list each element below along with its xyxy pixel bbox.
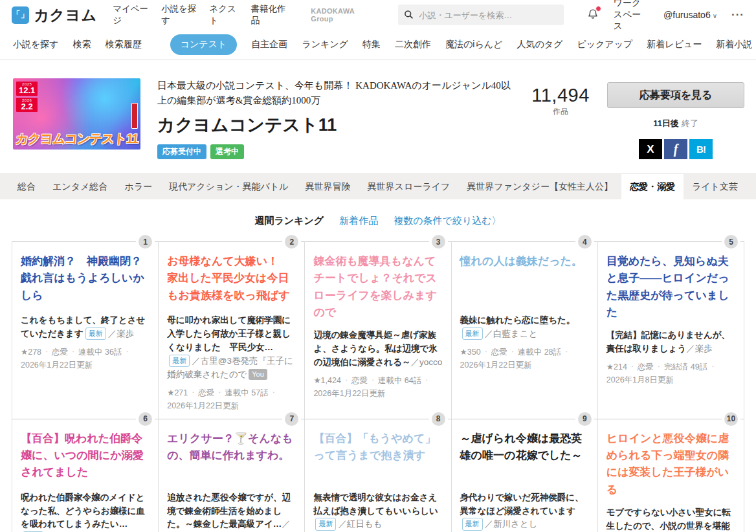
subnav-item[interactable]: 新着小説 — [716, 39, 752, 50]
author-link[interactable]: ／楽歩 — [686, 344, 713, 353]
share-x-icon[interactable]: X — [639, 139, 662, 159]
search-input[interactable] — [398, 5, 564, 25]
header-nav-item[interactable]: 小説を探す — [161, 3, 197, 27]
more-menu-button[interactable]: ··· — [731, 8, 744, 21]
user-menu[interactable]: @furusato6∨ — [663, 10, 717, 20]
subnav-item[interactable]: 検索 — [73, 39, 91, 50]
entry-count: 11,494 作品 — [531, 85, 590, 117]
novel-title-link[interactable]: お母様なんて大嫌い！ 家出した平民少女は今日もお貴族様を吹っ飛ばす — [167, 253, 296, 306]
header-nav-item[interactable]: マイページ — [113, 3, 149, 27]
genre-tab[interactable]: 総合 — [9, 174, 44, 199]
subnav-item[interactable]: 小説を探す — [13, 39, 59, 50]
new-badge: 最新 — [462, 327, 483, 340]
workspace-link[interactable]: ワークスペース — [613, 0, 649, 32]
share-facebook-icon[interactable]: f — [664, 139, 687, 159]
status-label: 連載中 57話 — [225, 388, 268, 397]
notifications-button[interactable] — [587, 8, 599, 23]
novel-title-link[interactable]: 憧れの人は義妹だった。 — [460, 253, 590, 306]
share-hatena-icon[interactable]: B! — [689, 139, 713, 159]
genre-tab[interactable]: 異世界ファンタジー【女性主人公】 — [458, 174, 621, 199]
catchphrase-text: 身代わりで嫁いだ死神侯爵に、異常なほど溺愛されています — [460, 493, 584, 516]
ranking-card: 5目覚めたら、見知らぬ夫と息子——ヒロインだった黒歴史が待っていました【完結】記… — [598, 241, 744, 419]
kadokawa-group-label: KADOKAWA Group — [311, 7, 368, 23]
genre-tab[interactable]: 異世界スローライフ — [359, 174, 459, 199]
catchphrase-text: 母に叩かれ家出して魔術学園に入学したら何故か王子様と親しくなりました 平民少女… — [167, 315, 291, 352]
share-buttons: X f B! — [607, 139, 744, 159]
header-nav-item[interactable]: 書籍化作品 — [250, 3, 286, 27]
star-count: ★1,424 — [313, 376, 341, 385]
author-link[interactable]: ／紅日もも — [338, 519, 382, 529]
novel-title-link[interactable]: エリクサー？🍸そんなもの、簡単に作れますわ。 — [167, 430, 296, 483]
novel-title-link[interactable]: ～虐げられ令嬢は最恐英雄の唯一の花嫁でした～ — [460, 430, 590, 483]
novel-catchphrase[interactable]: 追放された悪役令嬢ですが、辺境で錬金術師生活を始めました。～錬金した最高級アイ…… — [167, 491, 296, 532]
new-badge: 最新 — [85, 327, 106, 340]
novel-catchphrase[interactable]: 【完結】記憶にありませんが、責任は取りましょう／楽歩 — [606, 329, 736, 356]
catchphrase-text: 義妹に触れたら恋に堕ちた。 — [460, 315, 575, 325]
genre-label[interactable]: 恋愛 — [52, 348, 68, 357]
subnav-item[interactable]: 特集 — [362, 39, 381, 50]
subnav-item[interactable]: 自主企画 — [251, 39, 287, 50]
novel-title-link[interactable]: 目覚めたら、見知らぬ夫と息子——ヒロインだった黒歴史が待っていました — [606, 253, 736, 321]
genre-label[interactable]: 恋愛 — [198, 388, 214, 397]
status-badge-open: 応募受付中 — [157, 144, 206, 159]
author-link[interactable]: ／白藍まこと — [485, 329, 538, 338]
separator-dot: ・ — [423, 377, 430, 384]
novel-title-link[interactable]: ヒロインと悪役令嬢に虐められる下っ端聖女の隣には変装した王子様がいる — [606, 430, 736, 498]
novel-catchphrase[interactable]: 無表情で透明な彼女はお金さえ払えば抱き潰してもいいらしい最新／紅日もも — [313, 491, 443, 532]
star-count: ★271 — [167, 388, 188, 397]
genre-tab[interactable]: 異世界冒険 — [297, 174, 359, 199]
updated-date: 2026年1月22日更新 — [21, 360, 93, 370]
novel-catchphrase[interactable]: 母に叩かれ家出して魔術学園に入学したら何故か王子様と親しくなりました 平民少女…… — [167, 314, 296, 382]
status-label: 完結済 49話 — [664, 362, 707, 371]
novel-title-link[interactable]: 錬金術も魔導具もなんてチートでしょ？それでスローライフを楽しみますので — [313, 253, 443, 321]
novel-catchphrase[interactable]: 呪われた伯爵家令嬢のメイドとなった私、どうやらお嬢様に血を吸われてしまうみたい…… — [21, 491, 150, 532]
chevron-down-icon: ∨ — [713, 12, 717, 19]
genre-label[interactable]: 恋愛 — [351, 376, 368, 385]
star-count: ★214 — [606, 362, 627, 371]
username: @furusato6 — [663, 10, 711, 20]
subnav-item[interactable]: 二次創作 — [395, 39, 431, 50]
novel-title-link[interactable]: 【百合】「もうやめて」って言うまで抱き潰す — [313, 430, 443, 483]
genre-tab[interactable]: エンタメ総合 — [44, 174, 116, 199]
novel-catchphrase[interactable]: 義妹に触れたら恋に堕ちた。最新／白藍まこと — [460, 314, 590, 341]
contest-banner-image[interactable]: 202512.1 20262.2 カクヨムコンテスト11 — [13, 78, 140, 150]
subnav-item[interactable]: 人気のタグ — [517, 39, 562, 50]
author-link[interactable]: ／新川さとし — [485, 519, 538, 529]
subnav-item-contest-active[interactable]: コンテスト — [170, 34, 238, 55]
author-link[interactable]: ／楽歩 — [108, 329, 135, 338]
genre-label[interactable]: 恋愛 — [638, 362, 654, 371]
subnav-item[interactable]: 新着レビュー — [647, 39, 702, 50]
novel-catchphrase[interactable]: これをもちまして、終了とさせていただきます最新／楽歩 — [21, 314, 150, 341]
subnav-item[interactable]: 魔法のiらんど — [445, 39, 502, 50]
ranking-card: 9～虐げられ令嬢は最恐英雄の唯一の花嫁でした～身代わりで嫁いだ死神侯爵に、異常な… — [452, 419, 598, 532]
view-guidelines-button[interactable]: 応募要項を見る — [607, 82, 744, 108]
rank-number-badge: 1 — [139, 235, 152, 249]
novel-catchphrase[interactable]: 身代わりで嫁いだ死神侯爵に、異常なほど溺愛されています最新／新川さとし — [460, 491, 590, 532]
rank-number-badge: 10 — [724, 412, 738, 426]
novel-title-link[interactable]: 婚約解消？ 神殿幽閉？ 戯れ言はもうよろしいかしら — [21, 253, 150, 306]
novel-catchphrase[interactable]: モブですらない小さい聖女に転生したので、小説の世界を堪能しようとしたら、何故か…… — [606, 506, 736, 532]
novel-title-link[interactable]: 【百合】呪われた伯爵令嬢に、いつの間にか溺愛されてました — [21, 430, 150, 483]
search-box — [398, 5, 564, 25]
kakuyomu-logo[interactable]: 「」 カクヨム — [12, 5, 97, 25]
subnav-right-group: 自主企画ランキング特集二次創作魔法のiらんど人気のタグピックアップ新着レビュー新… — [251, 39, 756, 50]
subnav-item[interactable]: ランキング — [302, 39, 348, 50]
genre-tab[interactable]: ライト文芸 — [684, 174, 746, 199]
novel-catchphrase[interactable]: 辺境の錬金魔導具姫～虐げ家族よ、さようなら。私は辺境で氷の辺境伯に溺愛される～／… — [313, 329, 443, 370]
ranking-grid: 1婚約解消？ 神殿幽閉？ 戯れ言はもうよろしいかしらこれをもちまして、終了とさせ… — [12, 241, 744, 532]
header-nav-item[interactable]: ネクスト — [209, 3, 238, 27]
tab-new-works[interactable]: 新着作品 — [339, 215, 378, 227]
genre-tab[interactable]: 恋愛・溺愛 — [621, 174, 684, 199]
rank-number-badge: 4 — [578, 235, 592, 249]
genre-tab[interactable]: 現代アクション・異能バトル — [161, 174, 297, 199]
author-link[interactable]: ／yocco — [410, 357, 442, 367]
subnav-item[interactable]: 検索履歴 — [106, 39, 142, 50]
ranking-card: 6【百合】呪われた伯爵令嬢に、いつの間にか溺愛されてました呪われた伯爵家令嬢のメ… — [12, 419, 159, 532]
genre-label[interactable]: 恋愛 — [491, 348, 507, 357]
contest-description: 日本最大級の小説コンテスト、今年も開幕！ KADOKAWAのオールジャンル40以… — [157, 78, 514, 107]
genre-tab[interactable]: ホラー — [116, 174, 161, 199]
subnav-item[interactable]: ピックアップ — [577, 39, 632, 50]
filter-link[interactable]: 複数の条件で絞り込む〉 — [394, 215, 501, 227]
separator-dot: ・ — [509, 348, 516, 355]
tab-weekly-ranking[interactable]: 週間ランキング — [254, 215, 324, 227]
